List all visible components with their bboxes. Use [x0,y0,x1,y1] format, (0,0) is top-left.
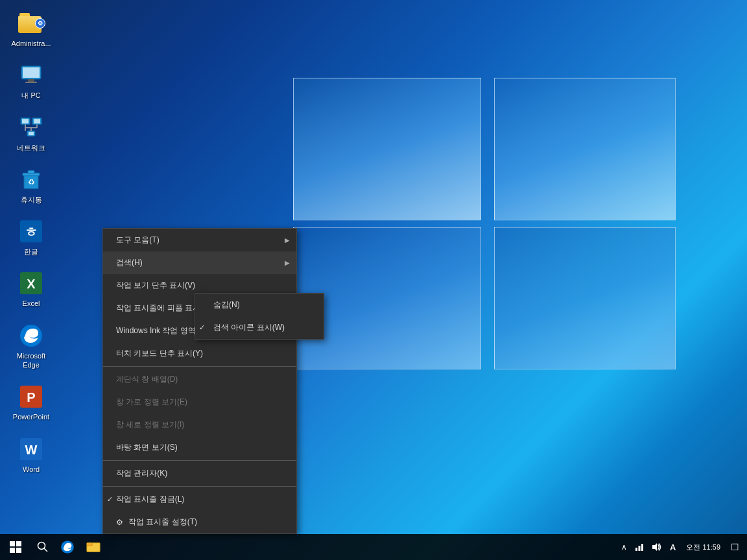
separator-1 [103,366,296,367]
search-icon [37,541,49,553]
desktop-icons: ⚙ Administra... 내 PC [6,6,56,478]
menu-item-lock-taskbar[interactable]: ✓ 작업 표시줄 잠금(L) [103,488,296,511]
search-submenu: 숨김(N) ✓ 검색 아이콘 표시(W) [195,293,324,340]
svg-text:♻: ♻ [28,178,35,187]
svg-rect-33 [635,548,637,551]
excel-icon: X [18,270,44,296]
desktop-icon-edge[interactable]: Microsoft Edge [6,319,56,374]
notification-button[interactable]: ☐ [728,542,742,552]
word-label: Word [23,465,40,474]
hangul-icon: ㅎ [18,218,44,244]
edge-taskbar-icon [60,540,75,554]
start-button[interactable] [0,534,31,560]
menu-item-task-manager[interactable]: 작업 관리자(K) [103,462,296,485]
svg-rect-7 [34,119,40,123]
recycle-icon: ♻ [18,167,44,192]
svg-rect-35 [641,544,643,551]
desktop: ⚙ Administra... 내 PC [0,0,747,560]
excel-label: Excel [23,299,40,308]
desktop-icon-administrator[interactable]: ⚙ Administra... [6,6,56,52]
menu-item-settings-label: 작업 표시줄 설정(T) [128,517,197,528]
powerpoint-label: PowerPoint [13,412,49,421]
menu-item-toolbar-label: 도구 모음(T) [116,235,160,246]
desktop-icon-excel[interactable]: X Excel [6,266,56,312]
taskbar-system-tray: ∧ A 오전 11:59 [619,534,747,560]
tray-expand-icon[interactable]: ∧ [619,542,630,552]
menu-item-search[interactable]: 검색(H) ▶ [103,251,296,274]
submenu-arrow-toolbar: ▶ [285,237,290,244]
svg-rect-9 [29,132,34,135]
desktop-icon-word[interactable]: W Word [6,432,56,478]
menu-item-touch[interactable]: 터치 키보드 단추 표시(Y) [103,342,296,365]
menu-item-stacked-label: 창 가로 정렬 보기(E) [116,397,187,408]
menu-item-side: 창 세로 정렬 보기(I) [103,414,296,436]
recycle-label: 휴지통 [21,195,42,204]
menu-item-taskbar-settings[interactable]: ⚙ 작업 표시줄 설정(T) [103,511,296,533]
taskbar-clock[interactable]: 오전 11:59 [681,542,726,553]
svg-point-27 [38,542,45,550]
tray-volume-icon[interactable] [649,542,665,552]
mypc-label: 내 PC [21,91,40,100]
network-icon [18,115,44,141]
network-label: 네트워크 [17,143,45,152]
context-menu: 도구 모음(T) ▶ 검색(H) ▶ 작업 보기 단추 표시(V) 작업 표시줄… [102,228,297,534]
edge-label: Microsoft Edge [9,351,53,370]
taskbar-edge[interactable] [54,534,80,560]
svg-rect-2 [28,79,34,82]
volume-tray-icon [652,542,662,552]
clock-time: 오전 11:59 [686,542,720,553]
taskbar-search-button[interactable] [31,534,54,560]
submenu-item-show-icon[interactable]: ✓ 검색 아이콘 표시(W) [195,316,324,339]
submenu-show-icon-label: 검색 아이콘 표시(W) [213,322,285,333]
win-pane-br [494,227,676,369]
desktop-icon-hangul[interactable]: ㅎ 한글 [6,215,56,260]
search-icon-checkmark: ✓ [199,323,205,332]
svg-rect-3 [25,82,37,83]
menu-item-toolbar[interactable]: 도구 모음(T) ▶ [103,229,296,251]
menu-item-show-desktop[interactable]: 바탕 화면 보기(S) [103,436,296,459]
windows-logo-icon [10,541,21,553]
menu-item-side-label: 창 세로 정렬 보기(I) [116,419,184,430]
submenu-arrow-search: ▶ [285,259,290,266]
separator-2 [103,460,296,461]
win-pane-tl [293,78,481,220]
svg-marker-36 [652,543,657,551]
svg-text:X: X [27,277,36,291]
svg-rect-32 [87,543,91,545]
svg-text:W: W [25,443,38,457]
network-tray-icon [635,542,644,552]
submenu-hidden-label: 숨김(N) [213,299,240,310]
menu-item-search-label: 검색(H) [116,257,143,268]
menu-item-cascade-label: 계단식 창 배열(D) [116,374,178,385]
svg-text:P: P [27,390,35,404]
svg-line-28 [44,548,47,552]
menu-item-task-manager-label: 작업 관리자(K) [116,468,167,479]
lock-checkmark: ✓ [107,495,113,504]
taskbar-explorer[interactable] [80,534,106,560]
menu-item-cascade: 계단식 창 배열(D) [103,368,296,391]
gear-icon: ⚙ [116,518,123,527]
mypc-icon [18,62,44,88]
windows-logo-bg [241,65,695,454]
svg-rect-5 [22,119,29,123]
explorer-taskbar-icon [86,540,101,554]
desktop-icon-recycle[interactable]: ♻ 휴지통 [6,163,56,208]
svg-rect-16 [28,170,34,174]
svg-text:ㅎ: ㅎ [25,225,38,239]
separator-3 [103,486,296,487]
tray-network-icon[interactable] [632,542,646,552]
desktop-icon-network[interactable]: 네트워크 [6,111,56,156]
hangul-label: 한글 [24,247,38,256]
edge-icon [18,323,44,349]
desktop-icon-mypc[interactable]: 내 PC [6,58,56,104]
submenu-item-hidden[interactable]: 숨김(N) [195,294,324,316]
taskbar: ∧ A 오전 11:59 [0,534,747,560]
menu-item-touch-label: 터치 키보드 단추 표시(Y) [116,348,203,359]
word-icon: W [18,436,44,462]
administrator-label: Administra... [11,39,51,48]
menu-item-show-desktop-label: 바탕 화면 보기(S) [116,442,178,453]
tray-lang-icon[interactable]: A [667,542,678,552]
menu-item-lock-label: 작업 표시줄 잠금(L) [116,494,184,505]
desktop-icon-powerpoint[interactable]: P PowerPoint [6,380,56,425]
svg-rect-1 [23,67,40,78]
